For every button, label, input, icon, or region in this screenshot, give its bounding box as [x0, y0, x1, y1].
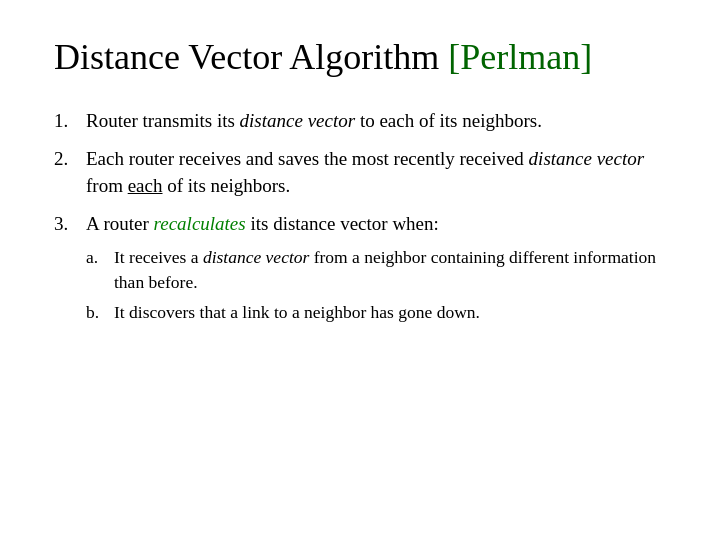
underline-each: each	[128, 175, 163, 196]
list-text-1: Router transmits its distance vector to …	[86, 107, 666, 135]
sub-letter-a: a.	[86, 245, 114, 270]
sub-list: a. It receives a distance vector from a …	[86, 245, 666, 325]
list-item-2: 2. Each router receives and saves the mo…	[54, 145, 666, 200]
title-main: Distance Vector Algorithm	[54, 37, 448, 77]
italic-distance-vector-3: distance vector	[203, 247, 309, 267]
list-number-1: 1.	[54, 107, 86, 135]
sub-letter-b: b.	[86, 300, 114, 325]
sub-text-b: It discovers that a link to a neighbor h…	[114, 300, 666, 325]
sub-item-a: a. It receives a distance vector from a …	[86, 245, 666, 294]
list-item-3: 3. A router recalculates its distance ve…	[54, 210, 666, 331]
slide-title: Distance Vector Algorithm [Perlman]	[54, 36, 666, 79]
italic-distance-vector-1: distance vector	[240, 110, 356, 131]
slide: Distance Vector Algorithm [Perlman] 1. R…	[0, 0, 720, 540]
list-text-2: Each router receives and saves the most …	[86, 145, 666, 200]
list-number-2: 2.	[54, 145, 86, 173]
title-bracket: [Perlman]	[448, 37, 592, 77]
italic-distance-vector-2: distance vector	[529, 148, 645, 169]
slide-content: 1. Router transmits its distance vector …	[54, 107, 666, 341]
sub-text-a: It receives a distance vector from a nei…	[114, 245, 666, 294]
list-text-3: A router recalculates its distance vecto…	[86, 210, 666, 331]
list-number-3: 3.	[54, 210, 86, 238]
sub-item-b: b. It discovers that a link to a neighbo…	[86, 300, 666, 325]
main-list: 1. Router transmits its distance vector …	[54, 107, 666, 331]
recalculates-text: recalculates	[154, 213, 246, 234]
list-item-1: 1. Router transmits its distance vector …	[54, 107, 666, 135]
